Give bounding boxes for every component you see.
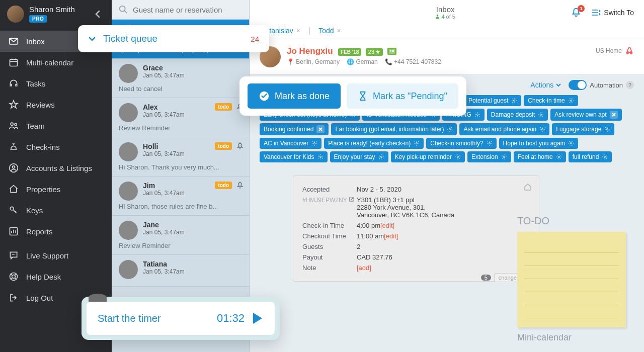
nav-item-accounts-listings[interactable]: Accounts & Listings [0,157,112,179]
toggle-switch[interactable] [569,80,587,90]
delete-chip-icon[interactable] [316,125,325,133]
person-icon [435,14,440,19]
gear-icon[interactable] [487,140,493,146]
tab-todd[interactable]: Todd× [313,23,346,39]
template-chip[interactable]: Vancouver for Kids [260,151,328,162]
template-chip[interactable]: Luggage storage [552,123,614,135]
todo-sticky-note[interactable] [517,232,626,327]
add-note[interactable]: [add] [357,264,371,272]
template-chip[interactable]: Key pick-up reminder [391,151,465,162]
conversation-item[interactable]: todoHolliJan 05, 3:47amHi Sharon. Thank … [112,137,249,177]
star-icon [9,100,19,110]
booking-address1: 2280 York Avenue, 301, [357,204,454,211]
booking-id[interactable]: #HMJ9EPW2NY [302,197,347,204]
nav-item-live-support[interactable]: Live Support [0,245,112,266]
switch-to-button[interactable]: Switch To [591,8,634,18]
gear-icon[interactable] [556,154,562,160]
convo-avatar [119,260,138,279]
nav-item-keys[interactable]: Keys [0,200,112,221]
conversation-item[interactable]: TatianaJan 05, 3:47am [112,255,249,287]
template-chip[interactable]: Ask review own apt [550,109,621,121]
gear-icon[interactable] [378,154,384,160]
edit-checkin[interactable]: [edit] [380,222,394,229]
help-icon[interactable]: ? [626,81,634,89]
nav-item-check-ins[interactable]: Check-ins [0,136,112,157]
nav-item-reports[interactable]: Reports [0,221,112,242]
delete-chip-icon[interactable] [610,111,618,119]
template-chip[interactable]: Place is ready! (early check-in) [324,138,424,149]
play-icon[interactable] [252,312,264,325]
nav-item-multi-calendar[interactable]: Multi-calendar [0,52,112,73]
gear-icon[interactable] [568,140,574,146]
pin-icon[interactable] [237,142,243,149]
conversation-item[interactable]: GraceJan 05, 3:47amNeed to cancel [112,59,249,98]
todo-title: TO-DO [517,215,633,227]
template-chip[interactable]: Check-in smoothly? [426,138,496,149]
template-chip[interactable]: Enjoy your stay [330,151,388,162]
gear-icon[interactable] [538,112,544,118]
user-avatar[interactable] [7,6,24,23]
template-chip[interactable]: Ask email and phone again [459,123,549,135]
template-chip[interactable]: Feel at home [514,151,566,162]
template-chip[interactable]: Hope to host you again [499,138,578,149]
gear-icon[interactable] [311,140,317,146]
nav-item-properties[interactable]: Properties [0,179,112,200]
pin-icon[interactable] [237,182,243,189]
nav-item-help-desk[interactable]: Help Desk [0,266,112,287]
booking-dates: Nov 2 - 5, 2020 [357,186,401,193]
conversation-item[interactable]: todoJimJan 05, 3:47amHi Sharon, those ru… [112,177,249,216]
guest-name[interactable]: Jo Hengxiu [287,46,333,56]
template-chip[interactable]: Far booking (got email, information late… [331,123,457,135]
timer-overlay: Start the timer 01:32 [82,297,280,340]
timer-time: 01:32 [217,312,245,325]
svg-rect-1 [10,59,18,66]
gear-icon[interactable] [511,98,517,104]
search-input[interactable] [133,6,242,14]
gear-icon[interactable] [602,154,608,160]
users-icon [9,121,19,131]
template-chip[interactable]: Damage deposit [487,109,548,121]
nav-item-reviews[interactable]: Reviews [0,94,112,115]
notifications-button[interactable]: 1 [571,7,582,18]
conversation-item[interactable]: JaneJan 05, 3:47amReview Reminder [112,216,249,255]
template-chip[interactable]: AC in Vancouver [260,138,321,149]
template-chip[interactable]: Check-in time [524,95,578,106]
gear-icon[interactable] [455,154,461,160]
booking-address2: Vancouver, BC V6K 1C6, Canada [357,211,454,219]
template-chip[interactable]: Potential guest [464,95,521,106]
svg-point-33 [489,143,490,144]
svg-point-23 [570,100,572,102]
svg-point-34 [571,143,572,144]
automation-toggle[interactable]: Automation ? [569,80,634,90]
tabs: Stanislav×|Todd× [260,23,634,39]
edit-checkout[interactable]: [edit] [384,232,398,240]
nav-item-tasks[interactable]: Tasks [0,73,112,94]
conversation-item[interactable]: todoAlexJan 05, 3:47amReview Reminder [112,98,249,137]
gear-icon[interactable] [414,140,420,146]
gear-icon[interactable] [501,154,507,160]
svg-point-29 [542,129,543,130]
mark-done-button[interactable]: Mark as done [248,83,341,109]
sidebar-collapse-button[interactable] [91,7,105,21]
home-icon[interactable] [524,183,532,191]
template-chip[interactable]: Extension [467,151,511,162]
template-chip[interactable]: full refund [569,151,612,162]
svg-rect-18 [392,51,394,52]
template-chip[interactable]: Booking confirmed [260,123,329,135]
nav-item-team[interactable]: Team [0,115,112,136]
actions-dropdown[interactable]: Actions [530,81,561,89]
gear-icon[interactable] [474,112,480,118]
id-card-icon [389,49,395,54]
gear-icon[interactable] [317,154,324,160]
gear-icon[interactable] [447,126,453,132]
external-link-icon[interactable] [349,197,354,202]
mark-pending-button[interactable]: Mark as "Pending" [347,83,458,109]
close-tab-icon[interactable]: × [337,27,341,35]
gear-icon[interactable] [539,126,545,132]
gear-icon[interactable] [604,126,610,132]
close-tab-icon[interactable]: × [296,27,300,35]
gear-icon[interactable] [568,98,574,104]
envelope-icon [9,36,19,46]
svg-point-14 [437,15,439,17]
ticket-queue-dropdown[interactable]: Ticket queue 24 [78,25,269,52]
